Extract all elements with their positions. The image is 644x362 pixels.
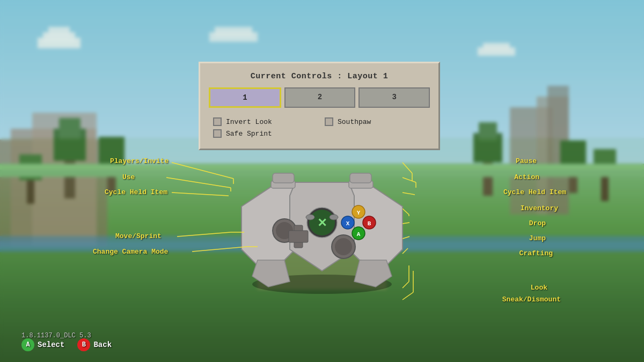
label-move-sprint: Move/Sprint: [115, 232, 162, 240]
svg-point-49: [330, 215, 338, 220]
checkbox-invert-look-box[interactable]: [213, 117, 222, 126]
button-b-label: Back: [93, 341, 112, 349]
label-pause: Pause: [516, 157, 537, 165]
tab-layout-2[interactable]: 2: [284, 87, 356, 108]
button-b-hint: B Back: [77, 338, 112, 351]
checkbox-southpaw-label: Southpaw: [338, 118, 371, 126]
svg-text:B: B: [368, 220, 371, 227]
svg-text:A: A: [357, 231, 361, 238]
checkbox-safe-sprint-label: Safe Sprint: [226, 130, 272, 138]
svg-text:✕: ✕: [317, 216, 327, 230]
label-look: Look: [531, 284, 547, 292]
tab-layout-3[interactable]: 3: [358, 87, 430, 108]
svg-text:X: X: [346, 220, 350, 227]
svg-rect-47: [289, 231, 308, 242]
svg-text:Y: Y: [357, 210, 361, 216]
svg-rect-38: [350, 173, 371, 183]
label-change-camera-mode: Change Camera Mode: [93, 248, 168, 256]
checkbox-southpaw[interactable]: Southpaw: [325, 117, 426, 126]
checkbox-invert-look-label: Invert Look: [226, 118, 272, 126]
checkbox-safe-sprint-box[interactable]: [213, 129, 222, 138]
svg-line-58: [172, 162, 233, 179]
layout-tabs: 1 2 3: [209, 87, 430, 108]
checkbox-southpaw-box[interactable]: [325, 117, 333, 126]
button-a-label: Select: [38, 341, 64, 349]
tab-layout-1[interactable]: 1: [209, 87, 281, 108]
label-crafting: Crafting: [519, 249, 553, 257]
label-drop: Drop: [529, 219, 546, 227]
label-action: Action: [514, 173, 539, 181]
svg-point-48: [306, 215, 314, 220]
bottom-bar: A Select B Back: [21, 338, 112, 351]
button-a-hint: A Select: [21, 338, 64, 351]
label-inventory: Inventory: [521, 204, 558, 212]
button-a-circle: A: [21, 338, 34, 351]
main-content: Current Controls : Layout 1 1 2 3 Invert…: [0, 0, 644, 362]
svg-line-62: [172, 193, 229, 196]
label-cycle-held-item-left: Cycle Held Item: [105, 188, 167, 196]
controller-section: ✕ Y X B A: [0, 153, 644, 335]
checkbox-invert-look[interactable]: Invert Look: [213, 117, 314, 126]
button-b-circle: B: [77, 338, 90, 351]
svg-line-63: [177, 232, 231, 237]
svg-line-60: [166, 178, 231, 188]
dialog-title: Current Controls : Layout 1: [209, 72, 430, 81]
controls-dialog: Current Controls : Layout 1 1 2 3 Invert…: [199, 62, 440, 150]
label-players-invite: Players/Invite: [110, 157, 169, 165]
label-use: Use: [122, 173, 135, 181]
label-jump: Jump: [529, 234, 546, 242]
checkbox-safe-sprint[interactable]: Safe Sprint: [213, 129, 314, 138]
svg-rect-37: [273, 173, 294, 183]
label-cycle-held-item-right: Cycle Held Item: [503, 188, 566, 196]
controller-image: ✕ Y X B A: [231, 153, 413, 303]
label-sneak-dismount: Sneak/Dismount: [502, 295, 561, 304]
svg-point-45: [335, 238, 352, 255]
checkboxes-group: Invert Look Southpaw Safe Sprint: [209, 115, 430, 140]
